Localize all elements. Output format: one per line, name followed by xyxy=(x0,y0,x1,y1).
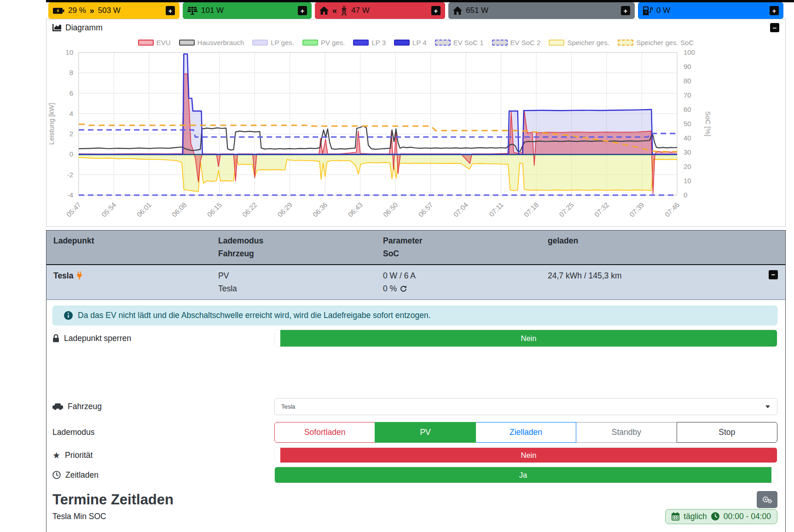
priority-toggle-off-part[interactable] xyxy=(275,448,280,463)
svg-text:10: 10 xyxy=(684,177,691,185)
legend-item[interactable]: Speicher ges. SoC xyxy=(618,39,694,46)
chargepoint-power: 0 W xyxy=(656,6,670,15)
svg-text:06:36: 06:36 xyxy=(311,201,329,219)
parameter-soc-cell: 0 W / 6 A 0 % xyxy=(376,269,541,295)
legend-label: LP 3 xyxy=(371,39,386,46)
svg-text:06:08: 06:08 xyxy=(170,201,188,219)
row-soc: 0 % xyxy=(383,282,397,295)
vehicle-row: Fahrzeug Tesla xyxy=(52,398,777,415)
svg-text:07:04: 07:04 xyxy=(452,201,470,219)
svg-text:50: 50 xyxy=(684,120,691,127)
status-battery[interactable]: 29 % » 503 W + xyxy=(48,2,180,19)
timecharge-toggle[interactable]: Ja xyxy=(274,467,777,483)
legend-label: Speicher ges. SoC xyxy=(636,39,694,46)
chargemode-standby-button[interactable]: Standby xyxy=(576,422,677,443)
svg-text:70: 70 xyxy=(684,91,691,99)
column-header-geladen: geladen xyxy=(541,234,785,260)
svg-text:90: 90 xyxy=(684,63,691,70)
svg-text:-4: -4 xyxy=(67,191,73,199)
house-expand-button[interactable]: + xyxy=(621,6,630,15)
priority-toggle-value[interactable]: Nein xyxy=(280,448,777,463)
legend-item[interactable]: LP 4 xyxy=(394,39,427,46)
chargemode-stop-button[interactable]: Stop xyxy=(677,422,777,443)
diagram-collapse-button[interactable]: − xyxy=(770,23,779,32)
timecharge-label: Zeitladen xyxy=(52,470,274,480)
legend-item[interactable]: EV SoC 1 xyxy=(435,39,484,46)
column-header-parameter-soc: ParameterSoC xyxy=(376,234,541,260)
svg-text:Leistung [kW]: Leistung [kW] xyxy=(47,103,55,145)
charged-cell: 24,7 kWh / 145,3 km − xyxy=(541,269,785,295)
pv-power: 101 W xyxy=(201,6,224,15)
svg-text:06:22: 06:22 xyxy=(241,201,259,219)
legend-item[interactable]: EV SoC 2 xyxy=(492,39,541,46)
legend-label: EV SoC 2 xyxy=(510,39,541,46)
svg-text:05:54: 05:54 xyxy=(100,201,118,219)
legend-item[interactable]: Speicher ges. xyxy=(549,39,609,46)
legend-label: LP ges. xyxy=(271,39,294,46)
legend-swatch xyxy=(353,40,369,46)
vehicle-select[interactable]: Tesla xyxy=(274,398,777,415)
status-chargepoint[interactable]: 0 W + xyxy=(638,2,783,19)
legend-swatch xyxy=(179,40,195,46)
legend-item[interactable]: LP ges. xyxy=(252,39,294,46)
schedule-settings-button[interactable] xyxy=(757,491,777,508)
grid-power: 47 W xyxy=(351,6,370,15)
refresh-soc-icon[interactable] xyxy=(400,285,407,292)
legend-item[interactable]: PV ges. xyxy=(302,39,345,46)
svg-text:06:57: 06:57 xyxy=(417,201,435,219)
timecharge-toggle-value[interactable]: Ja xyxy=(275,467,771,483)
mode-vehicle-cell: PV Tesla xyxy=(211,269,376,295)
row-collapse-button[interactable]: − xyxy=(769,270,778,279)
chargemode-sofortladen-button[interactable]: Sofortladen xyxy=(274,422,375,443)
grid-expand-button[interactable]: + xyxy=(431,6,440,15)
timecharge-toggle-off-part[interactable] xyxy=(771,467,777,483)
transmission-tower-icon xyxy=(341,6,348,16)
legend-label: EVU xyxy=(156,39,171,46)
chargemode-pv-button[interactable]: PV xyxy=(375,422,475,443)
svg-text:80: 80 xyxy=(684,77,691,85)
chargemode-button-group: Sofortladen PV Zielladen Standby Stop xyxy=(274,422,777,443)
schedule-badge-repeat: täglich xyxy=(684,512,707,521)
house-power: 651 W xyxy=(466,6,488,15)
table-row[interactable]: Tesla PV Tesla 0 W / 6 A 0 % xyxy=(46,265,785,301)
legend-item[interactable]: Hausverbrauch xyxy=(179,39,244,46)
svg-text:07:18: 07:18 xyxy=(522,201,540,219)
row-charged: 24,7 kWh / 145,3 km xyxy=(548,269,622,282)
info-circle-icon xyxy=(64,311,73,320)
plug-icon xyxy=(76,272,82,279)
diagram-header: Diagramm − xyxy=(46,19,785,36)
lock-toggle-off-part[interactable] xyxy=(275,330,280,347)
lock-toggle-value[interactable]: Nein xyxy=(280,330,777,347)
chart-legend: EVUHausverbrauchLP ges.PV ges.LP 3LP 4EV… xyxy=(46,36,785,49)
battery-expand-button[interactable]: + xyxy=(166,6,175,15)
chargepoint-expand-button[interactable]: + xyxy=(770,6,779,15)
solar-panel-icon xyxy=(187,7,197,15)
priority-toggle[interactable]: Nein xyxy=(274,447,777,463)
chargepoint-detail: Da das EV nicht lädt und die Abschaltsch… xyxy=(46,300,785,532)
lock-icon xyxy=(52,334,59,342)
chargemode-zielladen-button[interactable]: Zielladen xyxy=(475,422,576,443)
lock-toggle[interactable]: Nein xyxy=(274,330,777,347)
svg-text:07:32: 07:32 xyxy=(593,201,611,219)
legend-item[interactable]: LP 3 xyxy=(353,39,386,46)
schedule-badge[interactable]: täglich 00:00 - 04:00 xyxy=(665,509,777,524)
calendar-icon xyxy=(672,512,679,520)
svg-text:60: 60 xyxy=(684,105,691,113)
legend-swatch xyxy=(618,40,633,46)
legend-swatch xyxy=(394,40,410,46)
pv-expand-button[interactable]: + xyxy=(298,6,307,15)
legend-item[interactable]: EVU xyxy=(138,39,171,46)
schedule-item-label: Tesla Min SOC xyxy=(52,512,106,521)
svg-text:07:11: 07:11 xyxy=(487,201,505,218)
status-grid[interactable]: « 47 W + xyxy=(315,2,445,19)
svg-text:30: 30 xyxy=(684,148,691,156)
lock-row: Ladepunkt sperren Nein xyxy=(52,330,777,347)
row-parameter: 0 W / 6 A xyxy=(383,269,541,282)
status-house[interactable]: 651 W + xyxy=(448,2,635,19)
column-header-lademodus-fahrzeug: LademodusFahrzeug xyxy=(211,234,376,260)
home-icon xyxy=(453,6,462,15)
chart-area-icon xyxy=(52,24,61,31)
status-pv[interactable]: 101 W + xyxy=(183,2,312,19)
table-header: Ladepunkt LademodusFahrzeug ParameterSoC… xyxy=(46,231,785,265)
row-mode: PV xyxy=(218,269,376,282)
